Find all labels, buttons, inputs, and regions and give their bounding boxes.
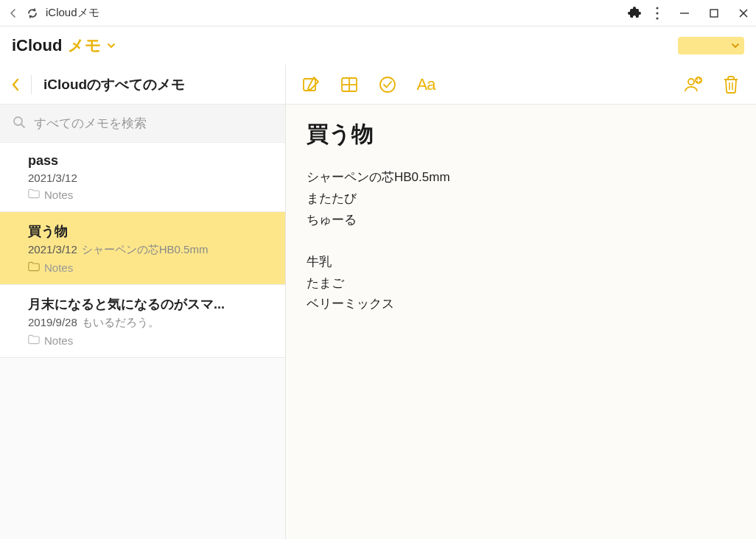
editor-body[interactable]: 買う物 シャーペンの芯HB0.5mmまたたびちゅーる牛乳たまごベリーミックス (286, 105, 756, 539)
add-person-icon[interactable] (682, 74, 703, 95)
note-item[interactable]: 買う物 2021/3/12 シャーペンの芯HB0.5mm Notes (0, 212, 285, 285)
folder-icon (28, 261, 40, 274)
close-icon[interactable] (738, 8, 749, 18)
note-date: 2019/9/28 (28, 316, 77, 330)
checklist-icon[interactable] (377, 74, 398, 95)
grid-icon[interactable] (339, 74, 360, 95)
note-preview: もいるだろう。 (82, 316, 159, 330)
account-menu[interactable] (678, 37, 744, 54)
brand-memo: メモ (68, 35, 102, 57)
divider (31, 75, 32, 94)
app-title[interactable]: iCloud メモ (12, 35, 116, 57)
search-row (0, 105, 285, 143)
extensions-icon[interactable] (628, 7, 641, 20)
minimize-icon[interactable] (679, 8, 690, 18)
svg-line-8 (21, 124, 24, 127)
back-chevron-icon[interactable] (10, 77, 21, 93)
folder-icon (28, 334, 40, 347)
note-folder-label: Notes (44, 261, 73, 274)
svg-point-7 (14, 117, 22, 125)
svg-point-14 (688, 79, 694, 85)
document-line: またたび (307, 189, 735, 210)
document-line: たまご (307, 273, 735, 295)
note-item[interactable]: pass 2021/3/12 Notes (0, 143, 285, 212)
browser-chrome: iCloudメモ (0, 0, 756, 27)
note-folder-label: Notes (44, 334, 73, 347)
compose-icon[interactable] (301, 74, 321, 95)
note-title: 月末になると気になるのがスマ... (28, 295, 273, 313)
sidebar-title: iCloudのすべてのメモ (42, 75, 275, 94)
note-title: pass (28, 153, 273, 169)
editor: Aa 買う物 シャーペンの芯HB0.5mmまたたびちゅーる牛乳たまごベリーミック… (286, 65, 756, 539)
svg-point-13 (380, 77, 395, 92)
document-line: シャーペンの芯HB0.5mm (307, 167, 735, 189)
refresh-icon[interactable] (27, 7, 38, 19)
folder-icon (28, 189, 40, 201)
document-line: 牛乳 (307, 252, 735, 273)
svg-rect-4 (710, 10, 718, 17)
app-header: iCloud メモ (0, 27, 756, 65)
editor-toolbar: Aa (286, 65, 756, 105)
document-title: 買う物 (307, 119, 735, 149)
document-line (307, 231, 735, 252)
svg-point-1 (656, 12, 658, 14)
note-item[interactable]: 月末になると気になるのがスマ... 2019/9/28 もいるだろう。 Note… (0, 285, 285, 358)
menu-dots-icon[interactable] (656, 7, 659, 20)
svg-point-2 (656, 17, 658, 19)
note-title: 買う物 (28, 222, 273, 240)
chevron-down-icon (103, 36, 116, 55)
note-date: 2021/3/12 (28, 243, 77, 257)
brand-icloud: iCloud (12, 36, 62, 55)
document-content: シャーペンの芯HB0.5mmまたたびちゅーる牛乳たまごベリーミックス (307, 167, 735, 315)
page-title: iCloudメモ (46, 6, 99, 20)
sidebar: iCloudのすべてのメモ pass 2021/3/12 Notes (0, 65, 286, 539)
note-folder-label: Notes (44, 189, 73, 201)
trash-icon[interactable] (721, 74, 741, 95)
sidebar-header: iCloudのすべてのメモ (0, 65, 285, 105)
back-arrow-icon[interactable] (7, 7, 19, 19)
document-line: ちゅーる (307, 210, 735, 231)
svg-point-0 (656, 7, 658, 9)
maximize-icon[interactable] (709, 8, 719, 18)
notes-list: pass 2021/3/12 Notes 買う物 2021/3/12 シャーペン (0, 143, 285, 539)
search-input[interactable] (34, 116, 273, 131)
note-date: 2021/3/12 (28, 172, 77, 184)
text-format-icon[interactable]: Aa (416, 74, 436, 95)
note-preview: シャーペンの芯HB0.5mm (82, 243, 209, 257)
document-line: ベリーミックス (307, 294, 735, 315)
search-icon (12, 115, 27, 133)
